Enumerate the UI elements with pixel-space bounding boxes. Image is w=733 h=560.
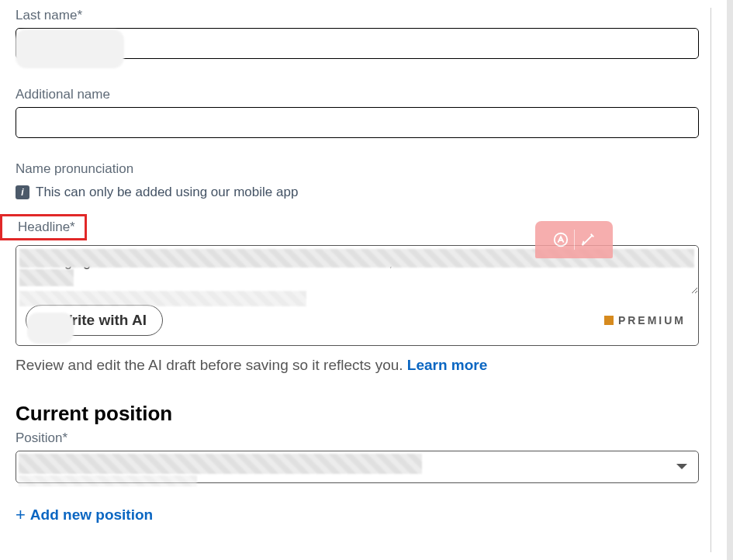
ai-review-text: Review and edit the AI draft before savi… xyxy=(16,357,699,374)
last-name-label: Last name* xyxy=(16,8,699,23)
name-pronunciation-label: Name pronunciation xyxy=(16,161,699,177)
additional-name-input[interactable] xyxy=(16,107,699,138)
info-icon: i xyxy=(16,185,29,199)
current-position-heading: Current position xyxy=(16,402,699,426)
add-new-position-button[interactable]: + Add new position xyxy=(16,505,153,525)
additional-name-label: Additional name xyxy=(16,87,699,102)
learn-more-link[interactable]: Learn more xyxy=(407,357,487,373)
plus-icon: + xyxy=(16,505,26,525)
headline-label: Headline* xyxy=(18,220,75,235)
premium-badge: PREMIUM xyxy=(604,314,686,327)
ai-badge xyxy=(535,221,613,258)
headline-container: Managing Director For 26 Years At ZHEJIA… xyxy=(16,245,699,346)
premium-icon xyxy=(604,316,614,325)
position-label: Position* xyxy=(16,430,699,446)
mobile-only-text: This can only be added using our mobile … xyxy=(36,185,298,200)
